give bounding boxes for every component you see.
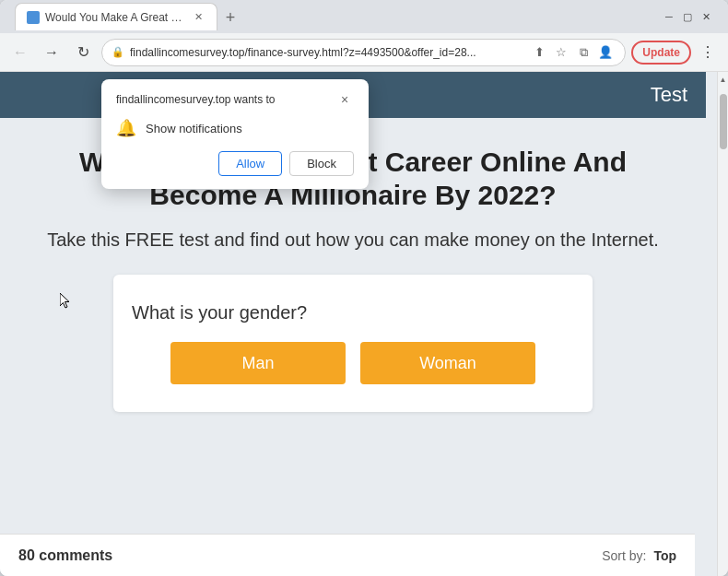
page-area: 9999 Test Would You Make Great Career On…	[0, 72, 728, 576]
popup-header: findallincomesurvey.top wants to ×	[116, 90, 354, 109]
maximize-button[interactable]: ▢	[680, 9, 695, 24]
scrollbar-thumb[interactable]	[720, 94, 727, 149]
back-button[interactable]: ←	[7, 40, 33, 65]
tab-title: Would You Make A Great Career	[45, 11, 183, 24]
address-bar[interactable]: 🔒 findallincomesurvey.top/finance-survey…	[101, 39, 626, 66]
bookmark-icon[interactable]: ☆	[551, 42, 571, 63]
gender-buttons: Man Woman	[132, 342, 574, 384]
forward-button[interactable]: →	[39, 40, 65, 65]
split-icon[interactable]: ⧉	[573, 42, 593, 63]
comments-section: 80 comments Sort by: Top	[0, 534, 695, 576]
toolbar-right: Update ⋮	[631, 40, 721, 65]
address-actions: ⬆ ☆ ⧉ 👤	[529, 42, 616, 63]
comments-count: 80 comments	[18, 547, 602, 564]
page-content: 9999 Test Would You Make Great Career On…	[0, 72, 717, 576]
notification-popup: findallincomesurvey.top wants to × 🔔 Sho…	[101, 79, 369, 189]
close-window-button[interactable]: ✕	[699, 9, 713, 24]
tab-close-button[interactable]: ✕	[191, 10, 205, 25]
tab-favicon	[27, 11, 40, 24]
active-tab[interactable]: Would You Make A Great Career ✕	[15, 3, 217, 30]
popup-site-text: findallincomesurvey.top wants to	[116, 93, 276, 106]
lock-icon: 🔒	[112, 46, 124, 58]
allow-button[interactable]: Allow	[218, 151, 282, 176]
tab-bar: Would You Make A Great Career ✕ +	[7, 3, 658, 30]
profile-icon[interactable]: 👤	[595, 42, 616, 63]
new-tab-button[interactable]: +	[217, 5, 243, 30]
man-button[interactable]: Man	[170, 342, 346, 384]
subheadline: Take this FREE test and find out how you…	[0, 227, 706, 253]
woman-button[interactable]: Woman	[360, 342, 535, 384]
window-controls: ─ ▢ ✕	[662, 9, 713, 24]
popup-close-button[interactable]: ×	[335, 90, 354, 109]
update-button[interactable]: Update	[631, 41, 691, 65]
reload-button[interactable]: ↻	[70, 40, 96, 65]
share-icon[interactable]: ⬆	[529, 42, 549, 63]
bell-icon: 🔔	[116, 118, 136, 138]
sort-value[interactable]: Top	[653, 548, 676, 563]
site-header-title: Test	[651, 83, 687, 107]
menu-button[interactable]: ⋮	[695, 40, 721, 65]
survey-box: What is your gender? Man Woman	[113, 275, 593, 412]
survey-question: What is your gender?	[132, 302, 574, 323]
browser-frame: Would You Make A Great Career ✕ + ─ ▢ ✕ …	[0, 0, 728, 576]
subheadline-text: Take this FREE test and find out how you…	[37, 227, 669, 253]
address-text: findallincomesurvey.top/finance-survey.h…	[130, 46, 523, 59]
toolbar: ← → ↻ 🔒 findallincomesurvey.top/finance-…	[0, 33, 728, 72]
block-button[interactable]: Block	[289, 151, 354, 176]
title-bar: Would You Make A Great Career ✕ + ─ ▢ ✕	[0, 0, 728, 33]
popup-actions: Allow Block	[116, 151, 354, 176]
sort-label: Sort by:	[602, 548, 646, 563]
scroll-up-arrow[interactable]: ▲	[718, 72, 729, 87]
scrollbar[interactable]: ▲	[717, 72, 728, 576]
popup-notification-text: Show notifications	[146, 122, 242, 135]
minimize-button[interactable]: ─	[662, 9, 676, 24]
popup-notification-row: 🔔 Show notifications	[116, 118, 354, 138]
